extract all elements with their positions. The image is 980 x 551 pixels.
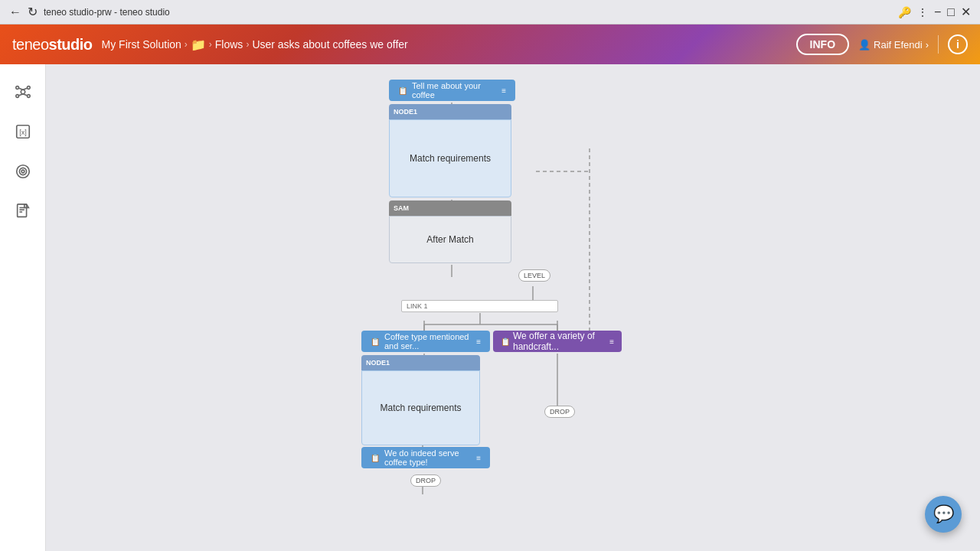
svg-line-5 [18,88,23,90]
sidebar-item-target[interactable] [8,156,38,187]
node-header-label-2: NODE1 [366,359,390,367]
node-label-match-req-1: Match requirements [410,153,491,164]
node-we-do-serve[interactable]: 📋 We do indeed serve coffee type! ≡ [361,447,490,468]
node-label-we-do-serve: We do indeed serve coffee type! [384,448,472,467]
back-icon[interactable]: ← [9,5,21,19]
node-icon-we-do-serve: 📋 [371,454,380,462]
sidebar-item-tx[interactable]: [x] [8,116,38,147]
svg-point-11 [16,165,29,178]
node-handle-we-do-serve: ≡ [476,454,481,462]
sidebar-item-document[interactable] [8,196,38,227]
breadcrumb-current: User asks about coffees we offer [252,38,407,51]
node-after-match[interactable]: SAM After Match [389,201,511,263]
flow-canvas: 📋 Tell me about your coffee ≡ NODE1 Matc… [46,64,980,551]
chat-button[interactable]: 💬 [925,496,962,533]
node-match-req-1[interactable]: NODE1 Match requirements [389,104,511,197]
node-icon-we-offer: 📋 [501,337,510,346]
node-icon-tell-me: 📋 [398,86,407,95]
drop-badge: DROP [544,406,575,418]
window-controls: 🔑 ⋮ − □ ✕ [898,5,971,19]
node-label-match-req-2: Match requirements [380,403,461,413]
node-label-we-offer: We offer a variety of handcraft... [513,331,606,352]
node-label-tell-me: Tell me about your coffee [412,81,497,99]
breadcrumb-sep-3: › [246,39,249,50]
help-icon[interactable]: i [948,34,968,54]
user-icon: 👤 [858,39,871,51]
svg-line-7 [18,94,23,96]
node-handle-tell-me: ≡ [501,86,506,95]
svg-line-6 [23,88,28,90]
node-tell-me-coffee[interactable]: 📋 Tell me about your coffee ≡ [389,80,515,101]
svg-text:[x]: [x] [19,129,27,136]
level-badge: LEVEL [518,269,550,282]
node-label-after-match: After Match [426,234,473,245]
link-bar[interactable]: LINK 1 [401,300,558,312]
logo: teneostudio [12,36,93,54]
user-chevron: › [926,39,929,51]
end-drop-badge: DROP [410,474,441,487]
chat-icon: 💬 [933,504,954,524]
svg-point-13 [21,170,24,173]
svg-point-0 [21,90,25,94]
breadcrumb-sep-1: › [185,39,188,50]
user-name: Raif Efendi [874,39,923,51]
node-we-offer[interactable]: 📋 We offer a variety of handcraft... ≡ [493,331,622,352]
close-btn[interactable]: ✕ [961,5,971,19]
node-coffee-type[interactable]: 📋 Coffee type mentioned and ser... ≡ [361,331,490,352]
sidebar-item-network[interactable] [8,77,38,107]
svg-line-8 [23,94,28,96]
node-label-coffee-type: Coffee type mentioned and ser... [384,332,472,350]
maximize-btn[interactable]: □ [947,5,955,19]
refresh-icon[interactable]: ↻ [28,5,38,19]
node-header-label-1: NODE1 [394,108,417,116]
svg-point-12 [19,168,26,174]
node-match-req-2[interactable]: NODE1 Match requirements [361,355,480,445]
breadcrumb: My First Solution › 📁 › Flows › User ask… [102,37,408,52]
node-icon-coffee-type: 📋 [371,337,380,346]
window-title: teneo studio-prw - teneo studio [44,7,892,18]
breadcrumb-flows[interactable]: Flows [215,38,243,51]
header: teneostudio My First Solution › 📁 › Flow… [0,24,980,64]
header-right: INFO 👤 Raif Efendi › i [796,34,968,55]
minimize-btn[interactable]: − [934,5,941,19]
node-handle-coffee-type: ≡ [476,337,481,346]
menu-icon[interactable]: ⋮ [917,6,928,18]
link-bar-label: LINK 1 [407,302,428,310]
header-divider [938,35,939,54]
info-button[interactable]: INFO [796,34,849,55]
key-icon: 🔑 [898,6,911,18]
node-header-label-sam: SAM [394,204,409,212]
title-bar: ← ↻ teneo studio-prw - teneo studio 🔑 ⋮ … [0,0,980,24]
svg-rect-14 [17,204,26,217]
folder-icon: 📁 [191,37,206,52]
breadcrumb-sep-2: › [209,39,212,50]
sidebar: [x] [0,64,46,551]
breadcrumb-solution[interactable]: My First Solution [102,38,181,51]
node-handle-we-offer: ≡ [609,337,614,346]
user-area[interactable]: 👤 Raif Efendi › [858,39,929,51]
